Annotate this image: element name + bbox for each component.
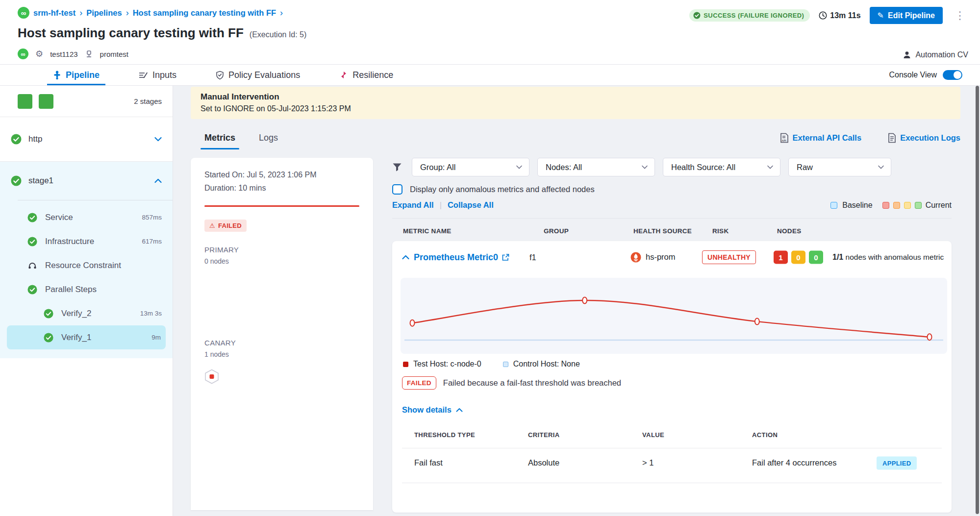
health-source-cell: hs-prom — [630, 252, 676, 263]
canary-node-count: 1 nodes — [204, 350, 359, 358]
sidebar-step-service[interactable]: Service 857ms — [0, 205, 173, 229]
threshold-table-header: THRESHOLD TYPE CRITERIA VALUE ACTION — [392, 431, 952, 442]
canary-node-icon[interactable] — [204, 369, 359, 384]
stage-name: stage1 — [28, 176, 53, 186]
sidebar-step-resource-constraint[interactable]: Resource Constraint — [0, 253, 173, 277]
pipeline-icon — [53, 71, 61, 80]
baseline-legend-swatch — [830, 202, 837, 209]
breadcrumb: ∞ srm-hf-test › Pipelines › Host samplin… — [18, 7, 306, 19]
tab-metrics[interactable]: Metrics — [204, 126, 235, 149]
sidebar-step-parallel-steps[interactable]: Parallel Steps — [0, 277, 173, 301]
metric-group-cell: f1 — [529, 252, 536, 262]
console-view-toggle[interactable] — [943, 70, 962, 80]
tab-pipeline[interactable]: Pipeline — [53, 65, 100, 85]
action-value: Fail after 4 occurrences — [752, 458, 836, 467]
service-tag[interactable]: test1123 — [50, 50, 77, 58]
tab-policy-evaluations[interactable]: Policy Evaluations — [216, 65, 300, 85]
resilience-icon — [339, 71, 348, 79]
external-api-calls-link[interactable]: API External API Calls — [780, 133, 862, 143]
nodes-filter-dropdown[interactable]: Nodes: All — [537, 158, 655, 176]
more-options-menu[interactable]: ⋮ — [952, 10, 968, 21]
col-group: GROUP — [544, 227, 569, 235]
collapse-all-link[interactable]: Collapse All — [448, 200, 494, 210]
collapse-metric-chevron[interactable] — [402, 255, 409, 260]
user-name: Automation CV — [915, 50, 968, 59]
user-icon — [903, 50, 911, 59]
top-header-right: SUCCESS (FAILURE IGNORED) 13m 11s ✎ Edit… — [689, 7, 968, 59]
success-check-icon — [44, 333, 53, 343]
failed-badge: FAILED — [402, 376, 436, 390]
tab-resilience[interactable]: Resilience — [339, 65, 393, 85]
col-criteria: CRITERIA — [528, 431, 560, 439]
stages-summary: 2 stages — [0, 86, 173, 117]
prometheus-icon — [630, 252, 641, 263]
primary-label: PRIMARY — [204, 246, 359, 254]
main-tabbar: Pipeline Inputs Policy Evaluations Resil… — [0, 64, 980, 86]
step-duration: 617ms — [142, 238, 162, 245]
control-host-swatch — [503, 362, 508, 367]
threshold-table: THRESHOLD TYPE CRITERIA VALUE ACTION Fai… — [392, 431, 952, 483]
verification-duration: Duration: 10 mins — [204, 184, 359, 193]
breadcrumb-pipelines-link[interactable]: Pipelines — [86, 8, 122, 18]
step-duration: 13m 3s — [140, 310, 162, 317]
col-value: VALUE — [642, 431, 664, 439]
show-details-link[interactable]: Show details — [402, 405, 952, 415]
document-icon — [888, 133, 896, 143]
chevron-up-icon — [402, 255, 409, 260]
threshold-row: Fail fast Absolute > 1 Fail after 4 occu… — [392, 448, 952, 477]
risk-cell: UNHEALTHY — [702, 250, 756, 264]
edit-pipeline-button[interactable]: ✎ Edit Pipeline — [870, 7, 943, 24]
success-check-icon — [44, 309, 53, 319]
verification-status-badge: ⚠ FAILED — [204, 220, 247, 232]
metric-line-chart — [401, 278, 947, 354]
chevron-up-icon[interactable] — [154, 178, 162, 183]
main-tabs: Pipeline Inputs Policy Evaluations Resil… — [53, 65, 393, 85]
expand-all-link[interactable]: Expand All — [392, 200, 434, 210]
col-risk: RISK — [712, 227, 729, 235]
step-duration: 9m — [151, 334, 161, 341]
breadcrumb-project-link[interactable]: srm-hf-test — [33, 8, 75, 18]
chevron-down-icon — [878, 165, 884, 169]
panel-links: API External API Calls Execution Logs — [780, 133, 960, 143]
chevron-down-icon[interactable] — [154, 137, 162, 142]
col-metric-name: METRIC NAME — [403, 227, 452, 235]
sidebar-stage-http[interactable]: http — [0, 117, 173, 162]
filter-row: Group: All Nodes: All Health Source: All — [392, 158, 952, 176]
chevron-down-icon — [516, 165, 522, 169]
clock-icon — [819, 11, 827, 20]
metric-name-link[interactable]: Prometheus Metric0 — [414, 252, 509, 262]
started-on: Started On: Jul 5, 2023 1:06 PM — [204, 171, 359, 179]
tab-inputs[interactable]: Inputs — [139, 65, 176, 85]
health-source-filter-dropdown[interactable]: Health Source: All — [663, 158, 780, 176]
breadcrumb-pipeline-link[interactable]: Host sampling canary testing with FF — [133, 8, 276, 18]
toggle-knob — [954, 71, 961, 79]
sidebar-stage-stage1[interactable]: stage1 — [0, 162, 173, 200]
chevron-up-icon — [456, 408, 463, 412]
tab-logs[interactable]: Logs — [259, 126, 278, 149]
page: ∞ srm-hf-test › Pipelines › Host samplin… — [0, 0, 980, 516]
success-check-icon — [27, 213, 37, 222]
sidebar-step-verify-1[interactable]: Verify_1 9m — [7, 325, 166, 349]
environment-tag[interactable]: promtest — [100, 50, 128, 58]
sidebar-step-verify-2[interactable]: Verify_2 13m 3s — [0, 301, 173, 325]
top-header: ∞ srm-hf-test › Pipelines › Host samplin… — [0, 0, 980, 64]
execution-logs-link[interactable]: Execution Logs — [888, 133, 960, 143]
col-health-source: HEALTH SOURCE — [633, 227, 692, 235]
resource-constraint-icon — [27, 261, 37, 270]
step-label: Service — [45, 213, 73, 222]
raw-filter-dropdown[interactable]: Raw — [788, 158, 891, 176]
top-header-left: ∞ srm-hf-test › Pipelines › Host samplin… — [18, 7, 306, 59]
group-filter-dropdown[interactable]: Group: All — [412, 158, 529, 176]
filter-funnel-icon — [392, 163, 402, 172]
metrics-panel: Group: All Nodes: All Health Source: All — [392, 158, 952, 513]
metrics-table-header: METRIC NAME GROUP HEALTH SOURCE RISK NOD… — [392, 219, 952, 241]
current-green-swatch — [915, 202, 922, 209]
nodes-cell: 1 0 0 1/1 nodes with anomalous metric — [774, 250, 944, 264]
metric-card-header: Prometheus Metric0 f1 hs-prom UNHEALTHY — [392, 241, 952, 273]
anomalous-filter-row: Display only anomalous metrics and affec… — [392, 184, 952, 195]
sidebar-step-infrastructure[interactable]: Infrastructure 617ms — [0, 229, 173, 253]
vertical-scrollbar[interactable] — [976, 86, 979, 514]
step-label: Verify_2 — [61, 309, 91, 319]
current-red-swatch — [882, 202, 889, 209]
anomalous-checkbox[interactable] — [392, 184, 402, 195]
